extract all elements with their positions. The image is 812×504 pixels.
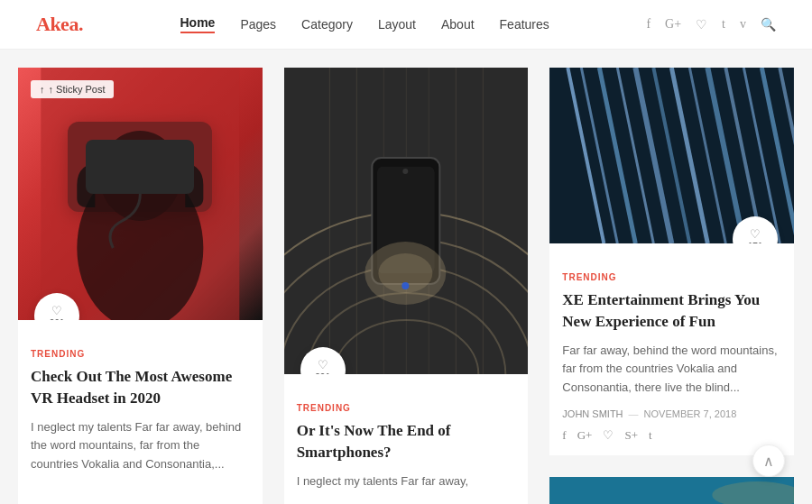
card-title-vr: Check Out The Most Awesome VR Headset in…: [31, 366, 250, 409]
svg-rect-4: [107, 158, 172, 189]
card-excerpt-phone: I neglect my talents Far far away,: [297, 472, 516, 491]
trending-label-vr: TRENDING: [31, 349, 250, 359]
social-pinterest[interactable]: ♡: [603, 428, 614, 443]
social-google-plus[interactable]: G+: [577, 428, 593, 443]
card-vr-body: TRENDING Check Out The Most Awesome VR H…: [18, 320, 263, 498]
card-title-phone: Or It's Now The End of Smartphones?: [297, 420, 516, 463]
social-stumble[interactable]: S+: [624, 428, 638, 443]
svg-point-2: [99, 131, 180, 221]
nav-about[interactable]: About: [441, 17, 475, 32]
card-phone-body: TRENDING Or It's Now The End of Smartpho…: [284, 374, 529, 504]
phone-illustration: [284, 68, 529, 374]
logo-dot: .: [78, 13, 83, 35]
trending-label-phone: TRENDING: [297, 403, 516, 413]
social-facebook[interactable]: f: [562, 428, 566, 443]
nav-category[interactable]: Category: [301, 17, 353, 32]
site-header: Akea. Home Pages Category Layout About F…: [0, 0, 812, 50]
nav-home[interactable]: Home: [180, 15, 216, 33]
card-phone: ♡ 321 TRENDING Or It's Now The End of Sm…: [284, 68, 529, 504]
main-nav: Home Pages Category Layout About Feature…: [180, 15, 549, 33]
card-title-lines: XE Entertainment Brings You New Experien…: [562, 289, 781, 333]
card-ocean: [549, 477, 794, 504]
trending-label-lines: TRENDING: [562, 272, 781, 282]
facebook-icon[interactable]: f: [646, 17, 651, 32]
heart-icon: ♡: [51, 304, 62, 317]
svg-point-6: [144, 162, 166, 184]
vr-illustration: [18, 68, 263, 320]
like-count-phone: 321: [315, 372, 330, 375]
card-lines-image-wrap: ♡ 171: [549, 68, 794, 243]
like-count-vr: 261: [50, 318, 65, 321]
card-vr: ↑ ↑ Sticky Post ♡ 261 TRENDING Check Out…: [18, 68, 263, 504]
cards-grid: ↑ ↑ Sticky Post ♡ 261 TRENDING Check Out…: [18, 68, 794, 504]
site-logo[interactable]: Akea.: [36, 13, 83, 36]
sticky-icon: ↑: [40, 84, 45, 95]
vimeo-icon[interactable]: v: [740, 17, 746, 32]
card-social-lines: f G+ ♡ S+ t: [562, 428, 781, 443]
logo-text: Akea: [36, 13, 78, 35]
scroll-to-top-button[interactable]: ∧: [752, 444, 785, 477]
card-phone-image: [284, 68, 529, 374]
card-date: NOVEMBER 7, 2018: [644, 408, 737, 419]
heart-icon-lines: ♡: [750, 227, 761, 241]
card-vr-image: [18, 68, 263, 320]
card-author: JOHN SMITH: [562, 408, 623, 419]
twitter-icon[interactable]: t: [722, 17, 725, 32]
card-excerpt-vr: I neglect my talents Far far away, behin…: [31, 418, 250, 474]
heart-icon-phone: ♡: [318, 358, 328, 371]
header-icons: f G+ ♡ t v 🔍: [646, 17, 776, 32]
pinterest-icon[interactable]: ♡: [696, 17, 707, 32]
card-ocean-image: [549, 477, 794, 504]
ocean-illustration: [549, 477, 794, 504]
card-lines: ♡ 171 TRENDING XE Entertainment Brings Y…: [549, 68, 794, 455]
svg-point-26: [401, 282, 409, 289]
meta-dash: —: [629, 408, 639, 419]
svg-point-5: [114, 162, 135, 184]
card-lines-body: TRENDING XE Entertainment Brings You New…: [549, 243, 794, 455]
svg-point-25: [402, 169, 408, 174]
card-meta-lines: JOHN SMITH — NOVEMBER 7, 2018: [562, 408, 781, 419]
card-excerpt-lines: Far far away, behind the word mountains,…: [562, 342, 781, 398]
svg-rect-3: [102, 153, 178, 194]
search-icon[interactable]: 🔍: [761, 17, 776, 32]
card-vr-image-wrap: ↑ ↑ Sticky Post ♡ 261: [18, 68, 263, 320]
svg-point-1: [77, 167, 203, 320]
nav-features[interactable]: Features: [500, 17, 549, 32]
nav-layout[interactable]: Layout: [378, 17, 416, 32]
card-phone-image-wrap: ♡ 321: [284, 68, 529, 374]
sticky-badge: ↑ ↑ Sticky Post: [31, 80, 114, 98]
chevron-up-icon: ∧: [763, 453, 774, 470]
social-twitter[interactable]: t: [649, 428, 652, 443]
google-plus-icon[interactable]: G+: [665, 17, 681, 32]
main-content: ↑ ↑ Sticky Post ♡ 261 TRENDING Check Out…: [0, 50, 812, 504]
nav-pages[interactable]: Pages: [240, 17, 276, 32]
sticky-label: ↑ Sticky Post: [49, 84, 106, 95]
like-count-lines: 171: [748, 242, 763, 244]
col-right: ♡ 171 TRENDING XE Entertainment Brings Y…: [549, 68, 794, 504]
